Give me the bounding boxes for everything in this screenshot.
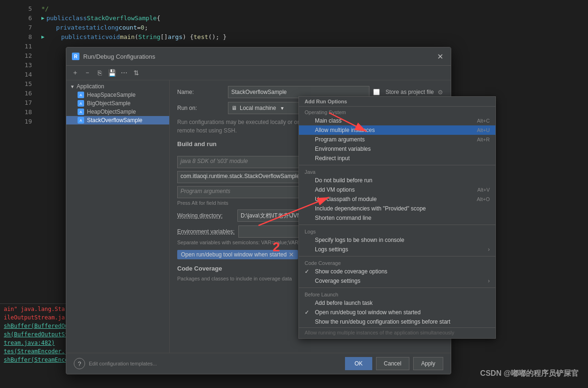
tag-close-button[interactable]: ✕ [289, 251, 294, 258]
dropdown-item-env-vars[interactable]: Environment variables [299, 144, 495, 154]
dropdown-item-shorten-cmdline[interactable]: Shorten command line [299, 213, 495, 223]
dropdown-item-label-provided-scope: Include dependencies with "Provided" sco… [315, 205, 426, 212]
dropdown-item-label-vm-options: Add VM options [315, 186, 355, 193]
line-num-6: 6 [0, 13, 38, 23]
dropdown-item-label-program-args: Program arguments [315, 136, 365, 143]
sidebar-arrow: ▼ [70, 84, 75, 89]
dropdown-item-left-pa: Program arguments [305, 136, 365, 143]
ok-button[interactable]: OK [345, 357, 372, 370]
dropdown-item-label-logs-settings: Logs settings [315, 246, 348, 253]
dropdown-item-vm-options[interactable]: Add VM options Alt+V [299, 185, 495, 194]
line-num-5: 5 [0, 4, 38, 13]
sidebar-item-label-heapspace: HeapSpaceSample [87, 92, 135, 98]
sidebar-app-icon-heapspace: A [78, 92, 84, 98]
dropdown-item-show-settings[interactable]: Show the run/debug configuration setting… [299, 317, 495, 326]
dropdown-item-specify-logs[interactable]: Specify logs to be shown in console [299, 235, 495, 245]
edit-templates-link[interactable]: Edit configuration templates... [89, 361, 157, 366]
name-label: Name: [177, 89, 224, 95]
code-line-7: private static long count = 0; [38, 23, 588, 32]
store-project-checkbox[interactable] [373, 89, 380, 95]
code-line-8: ▶ public static void main(String[] args)… [38, 32, 588, 41]
dropdown-item-left-sc: Shorten command line [305, 215, 371, 221]
toolbar-add-button[interactable]: ＋ [70, 68, 80, 78]
dialog-toolbar: ＋ － ⎘ 💾 ⋯ ⇅ [66, 66, 451, 80]
sidebar-section-application[interactable]: ▼ Application [66, 82, 169, 91]
run-on-dropdown-arrow: ▼ [280, 106, 284, 111]
dropdown-item-main-class[interactable]: Main class Alt+C [299, 116, 495, 125]
toolbar-sort-button[interactable]: ⇅ [131, 68, 141, 78]
line-num-13: 13 [0, 60, 38, 70]
dropdown-item-left-otw: ✓ Open run/debug tool window when starte… [305, 309, 421, 316]
dropdown-item-label-classpath: Use classpath of module [315, 196, 376, 202]
dialog-close-button[interactable]: ✕ [435, 51, 445, 62]
sidebar-app-icon-heapobject: A [78, 109, 84, 115]
dialog-icon: R [72, 53, 79, 60]
sidebar-item-heapspace[interactable]: A HeapSpaceSample [66, 91, 169, 99]
line-num-15: 15 [0, 79, 38, 88]
sidebar-item-label-heapobject: HeapObjectSample [87, 109, 136, 115]
console-link-3[interactable]: tream.java:482) [4, 340, 55, 346]
toolbar-copy-button[interactable]: ⎘ [94, 68, 105, 78]
dropdown-item-open-tool-window[interactable]: ✓ Open run/debug tool window when starte… [299, 308, 495, 317]
dropdown-item-left: Main class [305, 117, 342, 124]
toolbar-save-button[interactable]: 💾 [107, 68, 117, 78]
dropdown-item-label-redirect: Redirect input [315, 155, 350, 162]
sidebar-item-bigobject[interactable]: A BigObjectSample [66, 99, 169, 108]
line-num-7: 7 [0, 23, 38, 32]
dropdown-item-show-coverage[interactable]: ✓ Show code coverage options [299, 267, 495, 276]
toolbar-remove-button[interactable]: － [82, 68, 93, 78]
dialog-footer: ? Edit configuration templates... OK Can… [66, 353, 451, 374]
cancel-button[interactable]: Cancel [376, 357, 409, 370]
dropdown-section-java: Java Do not build before run Add VM opti… [299, 166, 495, 224]
sidebar-section-label: Application [77, 83, 104, 90]
dropdown-item-multiple-instances[interactable]: Allow multiple instances Alt+U [299, 125, 495, 135]
line-num-11: 11 [0, 41, 38, 51]
sidebar-item-stackoverflow[interactable]: A StackOverflowSample [66, 116, 169, 124]
line-num-17: 17 [0, 98, 38, 107]
sidebar-app-icon-bigobject: A [78, 100, 84, 107]
dropdown-item-classpath[interactable]: Use classpath of module Alt+O [299, 194, 495, 204]
apply-button[interactable]: Apply [413, 357, 443, 370]
dropdown-item-label-coverage-settings: Coverage settings [315, 278, 361, 284]
dialog-title-bar: R Run/Debug Configurations ✕ [66, 47, 451, 66]
dropdown-item-label-show-settings: Show the run/debug configuration setting… [315, 318, 450, 325]
dropdown-item-label-shorten-cmdline: Shorten command line [315, 215, 371, 221]
dropdown-item-coverage-settings[interactable]: Coverage settings › [299, 276, 495, 286]
gear-icon[interactable]: ⚙ [438, 89, 443, 96]
dropdown-item-label-open-tool-window: Open run/debug tool window when started [315, 309, 421, 316]
dropdown-section-coverage: Code Coverage ✓ Show code coverage optio… [299, 257, 495, 287]
help-button[interactable]: ? [74, 358, 85, 369]
dropdown-item-provided-scope[interactable]: Include dependencies with "Provided" sco… [299, 204, 495, 213]
dropdown-divider-1 [299, 165, 495, 165]
shortcut-program-args: Alt+R [477, 137, 490, 142]
dropdown-section-before-launch: Before Launch Add before launch task ✓ O… [299, 289, 495, 327]
sidebar-item-label-stackoverflow: StackOverflowSample [87, 117, 142, 124]
dialog-title-label: Run/Debug Configurations [83, 53, 155, 60]
code-line-5: */ [38, 4, 588, 13]
dropdown-item-redirect[interactable]: Redirect input [299, 154, 495, 163]
dropdown-section-label-logs: Logs [299, 227, 495, 235]
toolbar-more-button[interactable]: ⋯ [119, 68, 129, 78]
line-num-19: 19 [0, 116, 38, 126]
dropdown-item-logs-settings[interactable]: Logs settings › [299, 245, 495, 254]
dropdown-section-logs: Logs Specify logs to be shown in console… [299, 226, 495, 255]
dropdown-item-no-build[interactable]: Do not build before run [299, 176, 495, 185]
dropdown-item-left-ri: Redirect input [305, 155, 350, 162]
dropdown-item-program-args[interactable]: Program arguments Alt+R [299, 135, 495, 144]
dropdown-section-label-bl: Before Launch [299, 290, 495, 298]
store-label: Store as project file [385, 89, 434, 95]
code-line-6: ▶ public class StackOverflowSample { [38, 13, 588, 23]
dropdown-item-label-specify-logs: Specify logs to be shown in console [315, 237, 404, 243]
line-num-8: 8 [0, 32, 38, 41]
dropdown-item-label-env-vars: Environment variables [315, 146, 371, 152]
dropdown-item-add-before-launch[interactable]: Add before launch task [299, 298, 495, 308]
sidebar-item-heapobject[interactable]: A HeapObjectSample [66, 108, 169, 116]
dropdown-item-left-cov: ✓ Show code coverage options [305, 268, 387, 275]
footer-right: OK Cancel Apply [345, 357, 443, 370]
dropdown-item-left-abl: Add before launch task [305, 300, 373, 306]
checkmark-show-coverage: ✓ [305, 268, 311, 275]
shortcut-vm-options: Alt+V [477, 187, 490, 193]
local-machine-text: Local machine [240, 105, 276, 111]
footer-left: ? Edit configuration templates... [74, 358, 157, 369]
dialog-title-text: R Run/Debug Configurations [72, 53, 155, 60]
